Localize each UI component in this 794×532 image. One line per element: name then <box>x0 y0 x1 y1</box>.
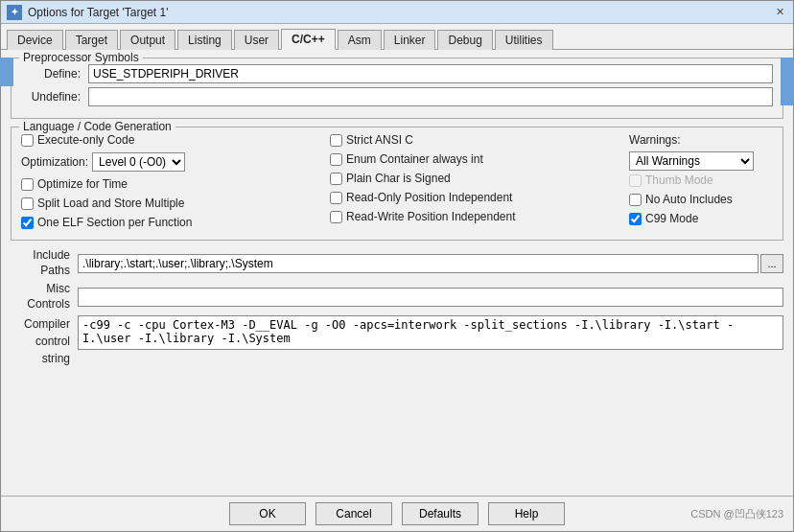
one-elf-checkbox[interactable] <box>21 217 34 229</box>
plain-char-label: Plain Char is Signed <box>346 172 451 185</box>
language-group: Language / Code Generation Execute-only … <box>11 127 783 241</box>
side-accent-left <box>0 58 13 86</box>
compiler-control-label: Compilercontrolstring <box>11 315 78 367</box>
c99-mode-checkbox[interactable] <box>629 213 642 225</box>
language-body: Execute-only Code Optimization: Level 0 … <box>21 133 773 232</box>
readwrite-pos-checkbox[interactable] <box>330 211 342 223</box>
warnings-label: Warnings: <box>629 133 773 147</box>
optimization-row: Optimization: Level 0 (-O0) Level 1 (-O1… <box>21 152 311 172</box>
optimization-select[interactable]: Level 0 (-O0) Level 1 (-O1) Level 2 (-O2… <box>92 152 185 172</box>
define-label: Define: <box>21 67 88 81</box>
optimize-time-row: Optimize for Time <box>21 177 311 191</box>
csdn-tag: CSDN @凹凸侠123 <box>690 507 783 521</box>
undefine-input[interactable] <box>88 87 773 106</box>
no-auto-row: No Auto Includes <box>629 193 773 206</box>
readwrite-pos-row: Read-Write Position Independent <box>330 210 619 223</box>
no-auto-label: No Auto Includes <box>645 193 733 206</box>
include-paths-row: IncludePaths ... <box>11 248 783 278</box>
include-paths-label: IncludePaths <box>11 248 78 278</box>
plain-char-checkbox[interactable] <box>330 173 342 185</box>
define-row: Define: <box>21 64 773 83</box>
optimize-time-checkbox[interactable] <box>21 178 34 191</box>
title-bar-left: ✦ Options for Target 'Target 1' <box>7 5 168 20</box>
enum-container-row: Enum Container always int <box>330 152 619 166</box>
cancel-button[interactable]: Cancel <box>315 502 392 525</box>
include-paths-input[interactable] <box>78 254 759 273</box>
include-browse-button[interactable]: ... <box>760 254 783 273</box>
readonly-pos-label: Read-Only Position Independent <box>346 191 512 204</box>
tab-debug[interactable]: Debug <box>437 30 492 50</box>
readonly-pos-row: Read-Only Position Independent <box>330 191 619 204</box>
one-elf-row: One ELF Section per Function <box>21 216 311 229</box>
tab-user[interactable]: User <box>234 30 279 50</box>
help-button[interactable]: Help <box>488 502 565 525</box>
tab-device[interactable]: Device <box>7 30 63 50</box>
readonly-pos-checkbox[interactable] <box>330 192 342 204</box>
split-load-row: Split Load and Store Multiple <box>21 197 311 210</box>
c99-mode-label: C99 Mode <box>645 212 698 225</box>
strict-ansi-checkbox[interactable] <box>330 134 342 147</box>
preprocessor-title: Preprocessor Symbols <box>19 51 143 64</box>
content-area: Preprocessor Symbols Define: Undefine: L… <box>1 50 793 496</box>
defaults-button[interactable]: Defaults <box>402 502 479 525</box>
readwrite-pos-label: Read-Write Position Independent <box>346 210 516 223</box>
enum-container-checkbox[interactable] <box>330 153 342 166</box>
main-window: ✦ Options for Target 'Target 1' ✕ Device… <box>0 0 794 532</box>
tab-listing[interactable]: Listing <box>177 30 232 50</box>
no-auto-checkbox[interactable] <box>629 194 642 206</box>
close-button[interactable]: ✕ <box>772 5 787 20</box>
compiler-control-row: Compilercontrolstring -c99 -c -cpu Corte… <box>11 315 783 367</box>
tab-cpp[interactable]: C/C++ <box>281 29 336 50</box>
side-accent-right <box>781 58 794 105</box>
thumb-mode-row: Thumb Mode <box>629 173 773 187</box>
misc-controls-input[interactable] <box>78 288 783 307</box>
strict-ansi-label: Strict ANSI C <box>346 133 413 147</box>
title-bar: ✦ Options for Target 'Target 1' ✕ <box>1 1 793 24</box>
define-input[interactable] <box>88 64 773 83</box>
thumb-mode-label: Thumb Mode <box>645 173 713 187</box>
optimization-label: Optimization: <box>21 155 88 169</box>
lang-col2: Strict ANSI C Enum Container always int … <box>311 133 619 232</box>
c99-mode-row: C99 Mode <box>629 212 773 225</box>
tab-linker[interactable]: Linker <box>384 30 436 50</box>
split-load-label: Split Load and Store Multiple <box>37 197 184 210</box>
window-title: Options for Target 'Target 1' <box>28 6 168 19</box>
misc-controls-label: MiscControls <box>11 282 78 312</box>
split-load-checkbox[interactable] <box>21 197 34 210</box>
warnings-select[interactable]: All Warnings No Warnings <box>629 151 754 171</box>
undefine-label: Undefine: <box>21 90 88 104</box>
execute-only-row: Execute-only Code <box>21 133 311 147</box>
plain-char-row: Plain Char is Signed <box>330 172 619 185</box>
language-title: Language / Code Generation <box>19 120 175 133</box>
tab-target[interactable]: Target <box>65 30 118 50</box>
one-elf-label: One ELF Section per Function <box>37 216 192 229</box>
tab-output[interactable]: Output <box>120 30 175 50</box>
app-icon: ✦ <box>7 5 22 20</box>
tabs-bar: Device Target Output Listing User C/C++ … <box>1 24 793 50</box>
preprocessor-group: Preprocessor Symbols Define: Undefine: <box>11 58 783 119</box>
lang-col3: Warnings: All Warnings No Warnings Thumb… <box>619 133 773 232</box>
undefine-row: Undefine: <box>21 87 773 106</box>
optimize-time-label: Optimize for Time <box>37 177 128 191</box>
tab-utilities[interactable]: Utilities <box>495 30 553 50</box>
misc-controls-row: MiscControls <box>11 282 783 312</box>
strict-ansi-row: Strict ANSI C <box>330 133 619 147</box>
ok-button[interactable]: OK <box>229 502 306 525</box>
tab-asm[interactable]: Asm <box>338 30 382 50</box>
execute-only-checkbox[interactable] <box>21 134 34 147</box>
compiler-control-input[interactable]: -c99 -c -cpu Cortex-M3 -D__EVAL -g -O0 -… <box>78 315 783 350</box>
lang-col1: Execute-only Code Optimization: Level 0 … <box>21 133 311 232</box>
enum-container-label: Enum Container always int <box>346 152 483 166</box>
execute-only-label: Execute-only Code <box>37 133 134 147</box>
thumb-mode-checkbox[interactable] <box>629 174 642 187</box>
